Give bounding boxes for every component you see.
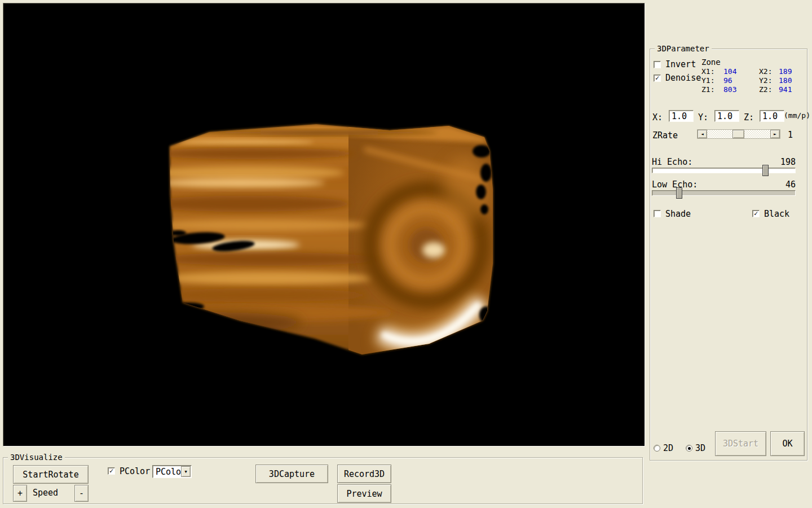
mode-3d-label: 3D [695, 444, 705, 453]
scroll-left-icon: ◄ [701, 132, 704, 137]
denoise-label: Denoise [665, 73, 701, 83]
zone-y1-value: 96 [723, 76, 732, 85]
scroll-right-icon: ► [774, 132, 776, 137]
chevron-down-icon: ▼ [184, 470, 187, 474]
radio-dot-icon [688, 447, 691, 450]
zrate-value: 1 [788, 130, 793, 140]
hi-echo-label: Hi Echo: [652, 157, 692, 167]
pcolor-dropdown[interactable]: PColor ▼ [152, 465, 192, 478]
visualize-groupbox: 3DVisualize StartRotate + Speed - ✓ PCol… [3, 457, 643, 504]
zone-x1-value: 104 [723, 67, 736, 76]
capture-3d-button[interactable]: 3DCapture [255, 465, 328, 483]
mode-2d-label: 2D [663, 444, 673, 453]
zone-x1-label: X1: [701, 67, 714, 76]
pcolor-checkbox[interactable]: ✓ [108, 467, 115, 475]
hi-echo-slider-thumb[interactable] [762, 165, 769, 176]
zone-z2-label: Z2: [759, 85, 772, 94]
zone-z2-value: 941 [779, 85, 792, 94]
low-echo-label: Low Echo: [652, 180, 698, 190]
zrate-scroll-right-button[interactable]: ► [770, 130, 780, 138]
record-3d-button[interactable]: Record3D [337, 465, 391, 483]
hi-echo-slider-track[interactable] [652, 168, 796, 173]
render-viewport[interactable] [3, 3, 645, 446]
y-scale-label: Y: [698, 113, 708, 122]
hi-echo-value: 198 [777, 157, 796, 167]
visualize-group-title: 3DVisualize [8, 453, 65, 462]
speed-minus-button[interactable]: - [74, 485, 89, 502]
dropdown-button[interactable]: ▼ [181, 466, 191, 477]
black-checkbox[interactable]: ✓ [752, 210, 760, 217]
z-scale-input[interactable] [760, 110, 784, 122]
invert-label: Invert [665, 60, 696, 69]
denoise-checkbox[interactable]: ✓ [654, 75, 661, 82]
low-echo-slider-track[interactable] [652, 190, 796, 196]
check-icon: ✓ [754, 211, 758, 216]
zone-z1-value: 803 [723, 85, 736, 94]
zrate-scroll-left-button[interactable]: ◄ [698, 130, 707, 138]
preview-button[interactable]: Preview [337, 484, 391, 503]
x-scale-input[interactable] [669, 110, 694, 122]
parameter-group-title: 3DParameter [655, 44, 712, 53]
ultrasound-volume-render [3, 3, 645, 446]
check-icon: ✓ [109, 468, 113, 474]
shade-label: Shade [665, 209, 691, 219]
speed-plus-button[interactable]: + [13, 485, 27, 502]
black-label: Black [764, 209, 789, 219]
zone-y2-value: 180 [779, 76, 792, 85]
zone-x2-label: X2: [759, 67, 772, 76]
shade-checkbox[interactable] [654, 210, 661, 217]
x-scale-label: X: [652, 113, 663, 122]
z-scale-label: Z: [744, 113, 754, 122]
low-echo-value: 46 [777, 180, 796, 190]
check-icon: ✓ [655, 75, 659, 81]
ok-button[interactable]: OK [770, 431, 805, 456]
speed-label: Speed [33, 488, 58, 498]
pcolor-checkbox-label: PColor [120, 467, 150, 476]
zrate-scroll-thumb[interactable] [732, 130, 744, 138]
zone-y2-label: Y2: [759, 76, 772, 85]
y-scale-input[interactable] [714, 110, 739, 122]
low-echo-slider-thumb[interactable] [676, 187, 682, 199]
zrate-scrollbar[interactable]: ◄ ► [697, 129, 780, 139]
mode-2d-radio[interactable] [654, 445, 660, 452]
scale-unit-label: (mm/p) [784, 111, 810, 120]
zone-title: Zone [701, 58, 721, 67]
start-rotate-button[interactable]: StartRotate [13, 465, 89, 484]
zrate-label: ZRate [652, 131, 678, 141]
zone-x2-value: 189 [779, 67, 792, 76]
parameter-groupbox: 3DParameter Invert ✓ Denoise Zone X1: 10… [650, 49, 807, 461]
start3d-button[interactable]: 3DStart [715, 431, 766, 456]
mode-3d-radio[interactable] [686, 445, 692, 452]
zone-y1-label: Y1: [701, 76, 714, 85]
invert-checkbox[interactable] [654, 61, 661, 68]
zone-z1-label: Z1: [701, 85, 714, 94]
